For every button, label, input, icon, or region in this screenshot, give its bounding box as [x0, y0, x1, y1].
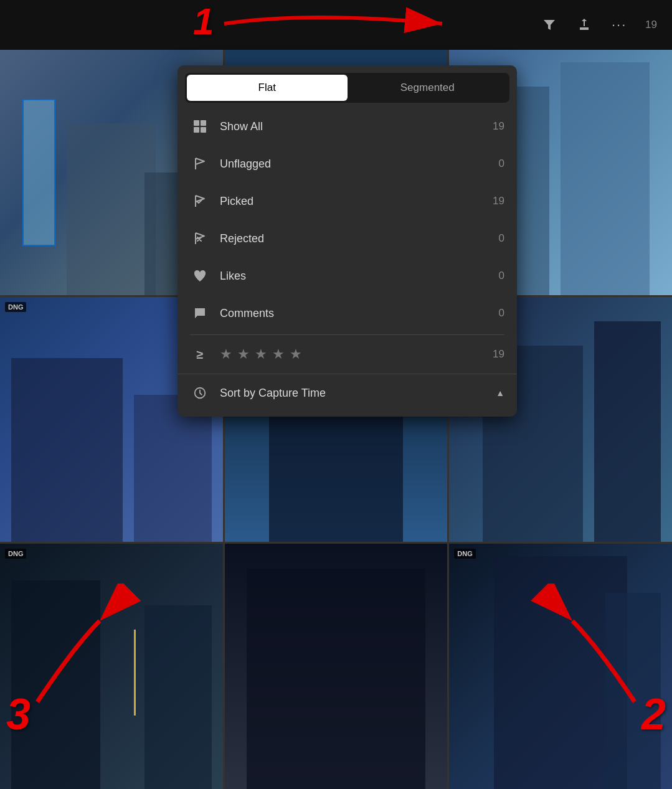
annotation-1: 1 — [193, 0, 214, 43]
comment-icon — [190, 303, 210, 323]
filter-dropdown: Flat Segmented Show All 19 — [177, 65, 517, 417]
star-3: ★ — [255, 346, 267, 362]
top-bar: 1 ··· 19 — [0, 0, 672, 50]
photo-cell-9[interactable]: DNG — [449, 544, 672, 789]
unflagged-icon — [190, 154, 210, 174]
filter-unflagged[interactable]: Unflagged 0 — [177, 145, 517, 182]
stars-count: 19 — [493, 348, 504, 361]
svg-rect-1 — [194, 120, 199, 126]
star-2: ★ — [237, 346, 250, 362]
dng-badge-9: DNG — [454, 549, 475, 559]
picked-label: Picked — [220, 195, 488, 208]
photo-cell-7[interactable]: DNG — [0, 544, 223, 789]
rejected-label: Rejected — [220, 232, 494, 245]
picked-icon — [190, 191, 210, 211]
arrow-1 — [218, 5, 455, 42]
picked-count: 19 — [493, 195, 504, 207]
show-all-label: Show All — [220, 120, 488, 133]
share-button[interactable] — [573, 14, 595, 36]
svg-rect-3 — [194, 127, 199, 133]
likes-count: 0 — [499, 270, 504, 282]
heart-icon — [190, 266, 210, 286]
view-mode-control[interactable]: Flat Segmented — [185, 73, 509, 103]
sort-direction-icon: ▲ — [496, 388, 504, 398]
star-1: ★ — [220, 346, 232, 362]
filter-rejected[interactable]: Rejected 0 — [177, 220, 517, 257]
unflagged-label: Unflagged — [220, 158, 494, 171]
unflagged-count: 0 — [499, 158, 504, 170]
photo-count: 19 — [645, 19, 657, 31]
filter-show-all[interactable]: Show All 19 — [177, 108, 517, 145]
svg-rect-4 — [201, 127, 206, 133]
filter-button[interactable] — [538, 14, 561, 36]
flat-button[interactable]: Flat — [187, 75, 348, 101]
filter-comments[interactable]: Comments 0 — [177, 295, 517, 332]
show-all-count: 19 — [493, 120, 504, 133]
filter-picked[interactable]: Picked 19 — [177, 182, 517, 220]
filter-menu-list: Show All 19 Unflagged 0 Picked 19 — [177, 103, 517, 417]
comments-count: 0 — [499, 307, 504, 319]
photo-cell-8[interactable] — [225, 544, 448, 789]
comments-label: Comments — [220, 307, 494, 320]
rejected-count: 0 — [499, 232, 504, 245]
more-button[interactable]: ··· — [608, 14, 630, 36]
stars-container: ★ ★ ★ ★ ★ — [220, 346, 493, 362]
dng-badge-4: DNG — [5, 302, 26, 312]
clock-icon — [190, 383, 210, 403]
filter-likes[interactable]: Likes 0 — [177, 257, 517, 295]
dng-badge-7: DNG — [5, 549, 26, 559]
sort-label: Sort by Capture Time — [220, 387, 496, 400]
star-4: ★ — [272, 346, 285, 362]
rejected-icon — [190, 229, 210, 248]
gte-symbol: ≥ — [190, 347, 210, 362]
likes-label: Likes — [220, 270, 494, 283]
star-5: ★ — [290, 346, 302, 362]
filter-stars[interactable]: ≥ ★ ★ ★ ★ ★ 19 — [177, 338, 517, 371]
grid-icon — [190, 116, 210, 136]
segmented-button[interactable]: Segmented — [348, 75, 508, 101]
svg-rect-2 — [201, 120, 206, 126]
divider-1 — [190, 334, 504, 335]
sort-row[interactable]: Sort by Capture Time ▲ — [177, 374, 517, 412]
